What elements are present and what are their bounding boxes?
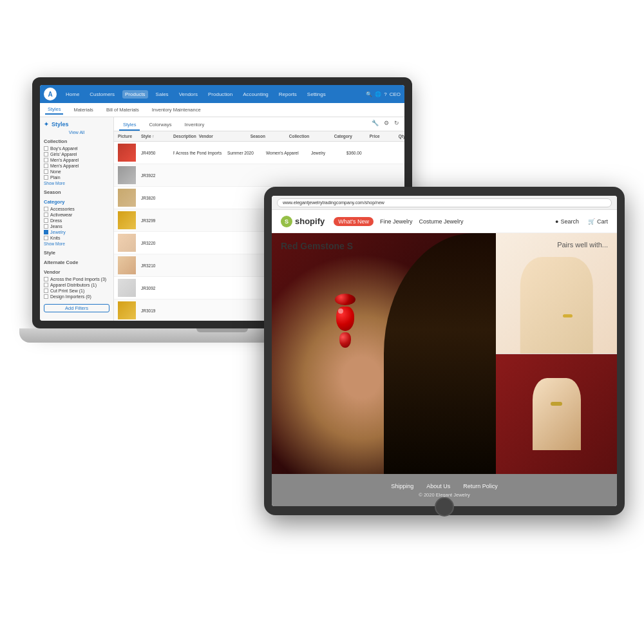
checkbox-mens-apparel-1[interactable] — [44, 158, 48, 162]
nav-accounting[interactable]: Accounting — [240, 90, 271, 99]
nav-costume-jewelry[interactable]: Costume Jewelry — [419, 218, 463, 225]
checkbox-vendor-1[interactable] — [44, 277, 48, 281]
url-bar: www.elegantjewelrytradingcompany.com/sho… — [272, 196, 617, 210]
collection-cell — [265, 173, 310, 177]
checkbox-jeans[interactable] — [44, 224, 48, 229]
checkbox-none[interactable] — [44, 169, 48, 174]
style-cell: JR3922 — [140, 171, 172, 180]
url-input[interactable]: www.elegantjewelrytradingcompany.com/sho… — [277, 198, 612, 207]
product-image — [118, 166, 136, 184]
col-description[interactable]: Description — [172, 131, 198, 141]
checkbox-dress[interactable] — [44, 218, 48, 223]
show-more-collection[interactable]: Show More — [44, 181, 109, 185]
col-picture: Picture — [117, 131, 140, 141]
col-price[interactable]: Price — [368, 131, 397, 141]
nav-customers[interactable]: Customers — [87, 90, 117, 99]
help-icon[interactable]: ? — [384, 91, 386, 97]
checkbox-knits[interactable] — [44, 236, 48, 240]
style-cell: JR3092 — [140, 284, 172, 292]
search-icon[interactable]: 🔍 — [366, 91, 372, 97]
checkbox-boys-apparel[interactable] — [44, 146, 48, 151]
list-item: Accessories — [44, 207, 109, 211]
add-filters-button[interactable]: Add Filters — [44, 304, 109, 312]
qty-cell — [374, 151, 404, 155]
checkbox-vendor-2[interactable] — [44, 283, 48, 287]
nav-production[interactable]: Production — [205, 90, 235, 99]
table-header: Picture Style ↑ Description Vendor Seaso… — [114, 131, 404, 142]
checkbox-mens-apparel-2[interactable] — [44, 164, 48, 168]
nav-vendors[interactable]: Vendors — [176, 90, 200, 99]
vendor-cell — [175, 286, 226, 290]
footer-about-link[interactable]: About Us — [426, 483, 450, 489]
boys-apparel-label: Boy's Apparel — [50, 146, 78, 151]
checkbox-activewear[interactable] — [44, 213, 48, 217]
col-category[interactable]: Category — [333, 131, 368, 141]
list-item: Girls' Apparel — [44, 152, 109, 156]
jeans-label: Jeans — [50, 224, 62, 229]
col-collection[interactable]: Collection — [288, 131, 333, 141]
nav-reports[interactable]: Reports — [276, 90, 299, 99]
nav-home[interactable]: Home — [63, 90, 82, 99]
tab-inventory[interactable]: Inventory — [180, 120, 208, 131]
tab-styles[interactable]: Styles — [119, 120, 140, 131]
col-qty[interactable]: Qty Open Sales — [397, 131, 404, 141]
vendor-3-label: Cut Print Sew (1) — [50, 289, 84, 293]
vendor-section: Vendor — [44, 269, 109, 275]
content-tabs: Styles Colorways Inventory 🔧 ⚙ ↻ — [114, 117, 404, 131]
user-menu[interactable]: CEO — [390, 91, 401, 97]
list-item: Boy's Apparel — [44, 146, 109, 151]
tablet-bezel: www.elegantjewelrytradingcompany.com/sho… — [264, 187, 625, 515]
globe-icon[interactable]: 🌐 — [375, 91, 381, 97]
cart-nav-item[interactable]: 🛒 Cart — [588, 218, 608, 225]
checkbox-accessories[interactable] — [44, 207, 48, 211]
list-item: Design Importers (0) — [44, 294, 109, 299]
nav-products[interactable]: Products — [122, 90, 148, 99]
nav-settings[interactable]: Settings — [305, 90, 328, 99]
table-row[interactable]: JR4950 Red Jewel Ring Across the Pond Im… — [114, 142, 404, 164]
tab-colorways[interactable]: Colorways — [145, 120, 175, 131]
sub-nav-materials[interactable]: Materials — [71, 106, 95, 114]
dress-label: Dress — [50, 218, 62, 223]
footer-shipping-link[interactable]: Shipping — [391, 483, 413, 489]
search-nav-item[interactable]: ● Search — [555, 218, 579, 225]
collection-cell: Women's Apparel — [265, 149, 310, 157]
vendor-cell — [175, 173, 226, 177]
show-more-category[interactable]: Show More — [44, 242, 109, 246]
table-row[interactable]: JR3922 — [114, 164, 404, 187]
style-cell: JR3220 — [140, 239, 172, 247]
mens-apparel-1-label: Men's Apparel — [50, 158, 79, 162]
list-item: Jewelry — [44, 230, 109, 234]
checkbox-plain[interactable] — [44, 175, 48, 180]
season-cell — [226, 173, 265, 177]
col-season[interactable]: Season — [249, 131, 288, 141]
season-cell — [226, 196, 265, 200]
sub-nav-inventory[interactable]: Inventory Maintenance — [149, 106, 204, 114]
footer-return-link[interactable]: Return Policy — [463, 483, 498, 489]
sub-nav-styles[interactable]: Styles — [45, 105, 63, 115]
pairs-heading: Pairs well with... — [557, 241, 608, 249]
alternate-code-section: Alternate Code — [44, 260, 109, 265]
style-cell: JR4950 — [140, 149, 172, 157]
vendor-cell — [175, 241, 226, 245]
gear-icon[interactable]: ⚙ — [384, 120, 389, 131]
nav-sales[interactable]: Sales — [153, 90, 171, 99]
sidebar: ✦ Styles View All Collection Boy's Appar… — [40, 117, 114, 321]
product-image — [118, 256, 136, 274]
tool-icon-1[interactable]: 🔧 — [372, 120, 379, 131]
col-style[interactable]: Style ↑ — [140, 131, 172, 141]
checkbox-vendor-4[interactable] — [44, 294, 48, 299]
collection-section: Collection — [44, 138, 109, 144]
nav-fine-jewelry[interactable]: Fine Jewelry — [380, 218, 413, 225]
style-section: Style — [44, 250, 109, 256]
refresh-icon[interactable]: ↻ — [394, 120, 399, 131]
view-all-link[interactable]: View All — [44, 130, 109, 135]
season-cell — [226, 218, 265, 222]
season-cell — [226, 308, 265, 312]
nav-whats-new[interactable]: What's New — [334, 217, 374, 226]
checkbox-vendor-3[interactable] — [44, 289, 48, 293]
home-button[interactable] — [435, 497, 454, 516]
sub-nav-bom[interactable]: Bill of Materials — [104, 106, 142, 114]
checkbox-girls-apparel[interactable] — [44, 152, 48, 156]
col-vendor[interactable]: Vendor — [198, 131, 249, 141]
checkbox-jewelry[interactable] — [44, 230, 48, 234]
